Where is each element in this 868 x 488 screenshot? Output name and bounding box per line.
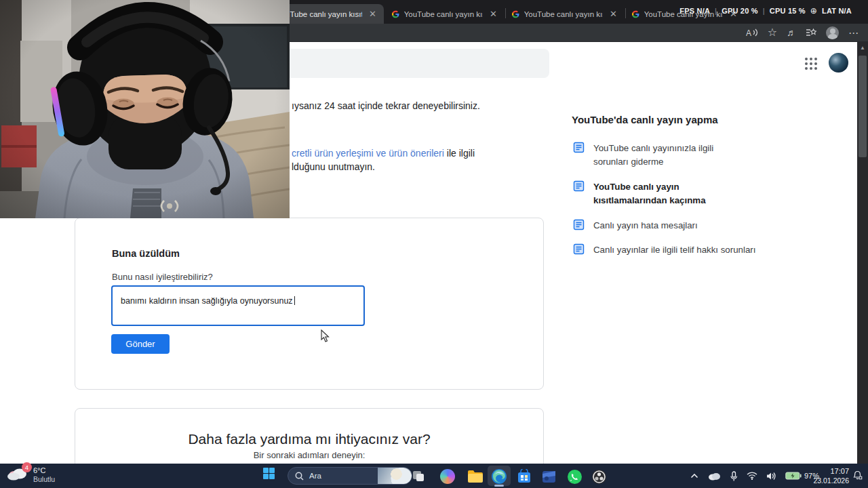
media-extension-icon[interactable]: ♬ [787,28,796,37]
cpu-stat: CPU 15 % [770,7,806,15]
gpu-stat: GPU 20 % [722,7,758,15]
weather-temperature: 6°C [33,466,55,475]
scrollbar-thumb[interactable] [859,56,867,157]
sidebar-item-restrictions[interactable]: YouTube canlı yayın kısıtlamalarından ka… [573,180,737,207]
microsoft-store-icon[interactable] [515,468,533,485]
copilot-icon[interactable] [439,468,456,485]
tab-3[interactable]: YouTube canlı yayın kısıtlama ✕ [507,4,625,24]
feedback-textarea[interactable]: banımı kaldırın insan sağlığıyla oynuyor… [111,285,365,326]
browser-profile-avatar[interactable] [826,26,839,39]
search-icon [295,472,304,481]
sidebar-item-copyright[interactable]: Canlı yayınlar ile ilgili telif hakkı so… [573,243,755,257]
tab-2[interactable]: YouTube canlı yayın kısıtlama ✕ [387,4,505,24]
tray-date: 23.01.2026 [813,476,849,485]
lat-stat: LAT N/A [822,7,852,15]
submit-button[interactable]: Gönder [111,334,170,354]
article-paragraph: cretli ürün yerleşimi ve ürün önerileri … [292,146,475,160]
collections-icon[interactable] [806,28,816,37]
more-help-subtitle: Bir sonraki adımları deneyin: [75,450,543,460]
fps-stat: FPS N/A [679,7,710,15]
tray-time: 17:07 [813,466,849,476]
svg-text:A: A [746,28,751,37]
read-aloud-icon[interactable]: A [746,28,758,37]
task-view-icon[interactable] [410,468,427,485]
microphone-icon[interactable] [730,471,738,481]
tray-chevron-icon[interactable] [690,473,698,479]
favorites-star-icon[interactable]: ☆ [768,27,777,38]
tab-title: YouTube canlı yayın kısıtlama [524,10,603,18]
article-icon [573,219,585,230]
sidebar-item-troubleshoot[interactable]: YouTube canlı yayınınızla ilgili sorunla… [573,142,737,169]
article-icon [573,180,585,192]
weather-alert-badge: 4 [22,462,32,472]
windows-taskbar: 4 6°C Bulutlu Ara [0,464,868,488]
tab-1[interactable]: uTube canlı yayın kısıtlama ✕ [280,4,384,24]
article-paragraph: lduğunu unutmayın. [292,160,375,174]
webcam-video [0,0,290,218]
wifi-icon[interactable] [747,472,757,480]
mail-app-icon[interactable] [540,468,557,485]
feedback-question: Bunu nasıl iyileştirebiliriz? [112,272,213,282]
sidebar-item-error-messages[interactable]: Canlı yayın hata mesajları [573,219,698,232]
whatsapp-icon[interactable]: 1 [566,468,583,485]
webcam-overlay [0,0,290,218]
clock[interactable]: 17:07 23.01.2026 [813,466,849,485]
tab-close-icon[interactable]: ✕ [608,9,619,19]
account-avatar[interactable] [829,53,848,73]
latency-icon: ⊕ [810,6,817,16]
google-favicon-icon [512,9,519,19]
article-icon [573,142,585,153]
product-placement-link[interactable]: cretli ürün yerleşimi ve ürün önerileri [292,148,444,159]
weather-widget[interactable]: 4 6°C Bulutlu [7,466,55,483]
feedback-title: Buna üzüldüm [112,248,180,259]
onedrive-icon[interactable] [707,472,721,481]
tab-separator [625,8,626,18]
system-tray: 97% [690,464,819,488]
weather-condition: Bulutlu [33,475,55,483]
google-apps-grid-icon[interactable] [805,58,817,70]
obs-studio-icon[interactable] [590,468,608,485]
tab-separator [505,8,506,18]
desktop-screen: uTube canlı yayın kısıtlama ✕ YouTube ca… [0,0,868,488]
search-highlight-image[interactable] [378,468,412,484]
search-placeholder: Ara [309,472,321,480]
article-icon [573,243,585,255]
more-help-title: Daha fazla yardıma mı ihtiyacınız var? [75,431,543,447]
google-favicon-icon [392,9,399,19]
tab-title: uTube canlı yayın kısıtlama [285,10,362,18]
file-explorer-icon[interactable] [467,468,484,485]
feedback-card: Buna üzüldüm Bunu nasıl iyileştirebiliri… [75,218,544,390]
scroll-up-icon[interactable]: ▲ [860,45,865,51]
tab-close-icon[interactable]: ✕ [488,9,499,19]
mouse-cursor [319,329,330,343]
sidebar-title: YouTube'da canlı yayın yapma [572,114,718,125]
stat-separator: | [715,7,717,15]
article-paragraph: ıysanız 24 saat içinde tekrar deneyebili… [292,99,480,113]
text-caret [294,296,295,305]
edge-browser-icon[interactable] [490,468,508,485]
tab-close-icon[interactable]: ✕ [367,9,378,19]
start-button[interactable] [263,468,275,479]
google-favicon-icon [632,9,639,19]
notification-bell-icon[interactable] [852,470,863,481]
tab-title: YouTube canlı yayın kısıtlama [404,10,483,18]
stat-separator: | [763,7,765,15]
browser-menu-icon[interactable]: ⋯ [848,28,859,38]
performance-overlay: FPS N/A | GPU 20 % | CPU 15 % ⊕ LAT N/A [679,6,852,16]
taskbar-search[interactable]: Ara [288,467,412,485]
battery-icon [785,472,802,480]
volume-icon[interactable] [766,472,776,481]
page-scrollbar[interactable]: ▲ [857,42,868,464]
